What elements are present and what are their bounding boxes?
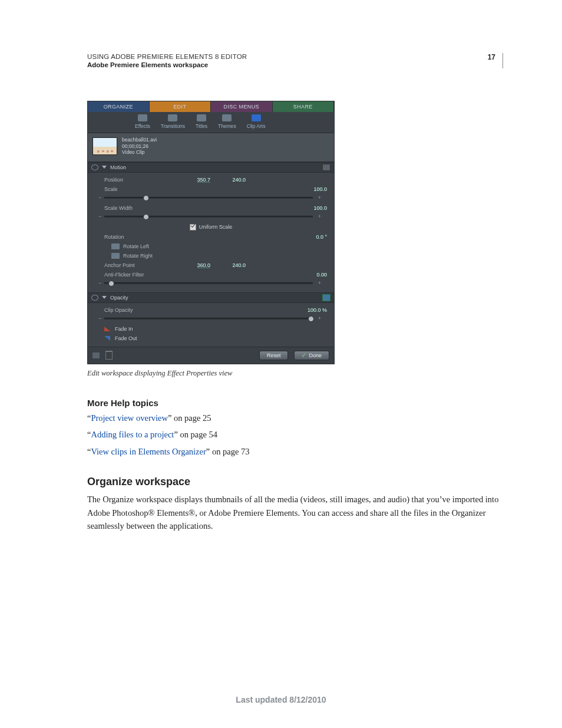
stopwatch-icon[interactable]	[322, 294, 330, 301]
link-project-view[interactable]: Project view overview	[91, 413, 167, 423]
prop-label: Anti-Flicker Filter	[104, 272, 175, 278]
fade-in-label: Fade In	[115, 326, 133, 332]
help-item: “View clips in Elements Organizer” on pa…	[87, 445, 503, 458]
rotation-value[interactable]: 0.0 °	[316, 234, 327, 240]
link-view-clips[interactable]: View clips in Elements Organizer	[91, 447, 206, 456]
tool-themes[interactable]: Themes	[218, 114, 236, 129]
clip-info-bar: beachball01.avi 00;00;01;26 Video Clip	[88, 133, 334, 162]
transitions-icon	[168, 114, 177, 121]
prop-label: Position	[104, 177, 175, 183]
position-y[interactable]: 240.0	[210, 177, 246, 183]
panel-footer: Reset ✓Done	[88, 347, 334, 364]
button-rotate-left[interactable]: Rotate Left	[88, 242, 334, 251]
clip-type: Video Clip	[122, 149, 157, 156]
row-anti-flicker: Anti-Flicker Filter 0.00	[88, 270, 334, 279]
rotate-left-icon	[111, 243, 120, 249]
row-rotation: Rotation 0.0 °	[88, 232, 334, 242]
scale-width-value[interactable]: 100.0	[313, 205, 327, 211]
button-rotate-right[interactable]: Rotate Right	[88, 251, 334, 261]
check-icon: ✓	[302, 353, 306, 358]
tab-disc-menus[interactable]: DISC MENUS	[211, 101, 273, 112]
prop-label: Rotation	[104, 234, 175, 240]
flicker-value[interactable]: 0.00	[316, 272, 327, 278]
cliparts-icon	[252, 114, 261, 121]
slider-scale-width[interactable]: − +	[104, 214, 321, 219]
help-item: “Adding files to a project” on page 54	[87, 428, 503, 441]
clip-timecode: 00;00;01;26	[122, 143, 157, 150]
rotate-left-label: Rotate Left	[123, 243, 149, 249]
clip-filename: beachball01.avi	[122, 137, 157, 143]
balance-icon[interactable]	[92, 353, 100, 358]
position-x[interactable]: 350.7	[175, 177, 210, 183]
tab-organize[interactable]: ORGANIZE	[88, 101, 150, 112]
help-item: “Project view overview” on page 25	[87, 411, 503, 424]
plus-icon: +	[318, 213, 321, 219]
section-title: Opacity	[110, 295, 128, 301]
section-opacity-header[interactable]: Opacity	[88, 292, 334, 303]
scale-value[interactable]: 100.0	[313, 186, 327, 192]
rotate-right-icon	[111, 253, 120, 259]
workspace-tabs: ORGANIZE EDIT DISC MENUS SHARE	[88, 101, 334, 112]
plus-icon: +	[318, 280, 321, 286]
done-button[interactable]: ✓Done	[294, 351, 329, 360]
tool-transitions[interactable]: Transitions	[161, 114, 185, 129]
tool-effects[interactable]: Effects	[135, 114, 150, 129]
checkbox-icon	[190, 224, 196, 230]
button-fade-in[interactable]: Fade In	[88, 324, 334, 334]
slider-anti-flicker[interactable]: − +	[104, 281, 321, 285]
tab-share[interactable]: SHARE	[273, 101, 335, 112]
heading-more-help: More Help topics	[87, 398, 503, 408]
checkbox-uniform-scale[interactable]: Uniform Scale	[88, 222, 334, 232]
tool-titles[interactable]: Titles	[196, 114, 207, 129]
tool-label: Titles	[196, 123, 207, 129]
prop-label: Anchor Point	[104, 262, 175, 268]
row-scale: Scale 100.0	[88, 185, 334, 194]
tool-label: Transitions	[161, 123, 185, 129]
minus-icon: −	[98, 315, 101, 321]
opacity-value[interactable]: 100.0 %	[308, 307, 327, 313]
minus-icon: −	[98, 195, 101, 200]
figure-caption: Edit workspace displaying Effect Propert…	[87, 369, 333, 378]
tool-label: Effects	[135, 123, 150, 129]
link-adding-files[interactable]: Adding files to a project	[91, 430, 174, 439]
running-header: USING ADOBE PREMIERE ELEMENTS 8 EDITOR A…	[87, 53, 503, 68]
tab-edit[interactable]: EDIT	[150, 101, 211, 112]
stopwatch-icon[interactable]	[322, 164, 330, 171]
section-motion-header[interactable]: Motion	[88, 162, 334, 173]
eye-icon[interactable]	[91, 295, 98, 301]
chevron-down-icon[interactable]	[102, 296, 107, 299]
anchor-y[interactable]: 240.0	[210, 262, 246, 268]
doc-subtitle: Adobe Premiere Elements workspace	[87, 61, 247, 68]
edit-toolbar: Effects Transitions Titles Themes Clip A…	[88, 112, 334, 133]
heading-organize-workspace: Organize workspace	[87, 476, 503, 488]
screenshot-panel: ORGANIZE EDIT DISC MENUS SHARE Effects T…	[87, 101, 335, 364]
minus-icon: −	[98, 280, 101, 286]
row-position: Position 350.7 240.0	[88, 175, 334, 185]
slider-opacity[interactable]: − +	[104, 316, 321, 321]
rotate-right-label: Rotate Right	[123, 253, 153, 259]
reset-button[interactable]: Reset	[259, 351, 289, 360]
plus-icon: +	[318, 315, 321, 321]
minus-icon: −	[98, 213, 101, 219]
fade-in-icon	[104, 327, 110, 331]
fade-out-label: Fade Out	[115, 335, 137, 341]
row-scale-width: Scale Width 100.0	[88, 203, 334, 213]
anchor-x[interactable]: 360.0	[175, 262, 210, 268]
prop-label: Scale Width	[104, 205, 175, 211]
themes-icon	[222, 114, 232, 121]
section-title: Motion	[110, 164, 126, 170]
prop-label: Scale	[104, 186, 175, 192]
fx-icon	[138, 114, 147, 121]
slider-scale[interactable]: − +	[104, 195, 321, 200]
tool-label: Clip Arts	[247, 123, 266, 129]
fade-out-icon	[104, 336, 110, 341]
footer-last-updated: Last updated 8/12/2010	[0, 695, 562, 704]
button-fade-out[interactable]: Fade Out	[88, 334, 334, 343]
tool-cliparts[interactable]: Clip Arts	[247, 114, 266, 129]
chevron-down-icon[interactable]	[102, 166, 107, 169]
row-clip-opacity: Clip Opacity 100.0 %	[88, 305, 334, 315]
clip-thumbnail[interactable]	[92, 137, 117, 155]
trash-icon[interactable]	[105, 351, 113, 360]
eye-icon[interactable]	[91, 164, 98, 170]
page-number: 17	[488, 53, 495, 61]
